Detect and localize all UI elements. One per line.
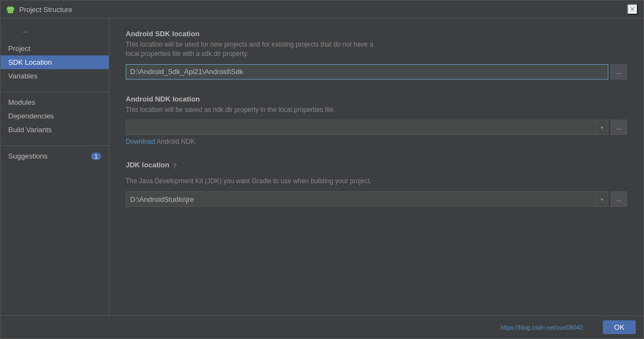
android-ndk-input[interactable] xyxy=(126,121,596,134)
svg-rect-0 xyxy=(8,10,13,13)
android-ndk-input-row: ▾ ... xyxy=(126,120,627,135)
jdk-dropdown-input: ▾ xyxy=(126,191,608,207)
suggestions-label: Suggestions xyxy=(8,152,48,160)
main-content: Android SDK location This location will … xyxy=(109,19,643,315)
svg-rect-6 xyxy=(13,9,14,11)
android-ndk-dropdown-arrow[interactable]: ▾ xyxy=(596,120,608,134)
jdk-title: JDK location xyxy=(126,161,169,169)
sidebar-item-variables[interactable]: Variables xyxy=(1,69,109,83)
android-sdk-input-row: ... xyxy=(126,64,627,80)
sidebar-item-project[interactable]: Project xyxy=(1,42,109,55)
android-sdk-section: Android SDK location This location will … xyxy=(126,30,627,80)
svg-point-2 xyxy=(12,8,13,9)
jdk-input[interactable] xyxy=(126,193,596,206)
title-bar-left: Project Structure xyxy=(6,5,72,14)
android-ndk-section: Android NDK location This location will … xyxy=(126,95,627,146)
nav-section-sub: Modules Dependencies Build Variants xyxy=(1,95,109,137)
sidebar-item-build-variants[interactable]: Build Variants xyxy=(1,123,109,137)
download-row: Download Android NDK. xyxy=(126,137,627,145)
android-ndk-browse-button[interactable]: ... xyxy=(611,120,627,135)
jdk-label-row: JDK location ? xyxy=(126,161,627,171)
title-bar: Project Structure × xyxy=(1,1,643,19)
android-sdk-input[interactable] xyxy=(126,64,608,80)
forward-button[interactable]: → xyxy=(19,26,30,37)
footer: https://blog.csdn.net/xun08042 OK xyxy=(1,315,643,338)
sidebar-item-suggestions[interactable]: Suggestions 1 xyxy=(1,149,109,163)
project-structure-dialog: Project Structure × ← → Project SDK Loca… xyxy=(0,0,644,339)
jdk-desc: The Java Development Kit (JDK) you want … xyxy=(126,177,627,186)
sidebar: ← → Project SDK Location Variables Modul… xyxy=(1,19,109,315)
download-ndk-link[interactable]: Download xyxy=(126,138,155,145)
android-sdk-title: Android SDK location xyxy=(126,30,627,38)
android-sdk-browse-button[interactable]: ... xyxy=(611,64,627,80)
sidebar-item-modules[interactable]: Modules xyxy=(1,95,109,109)
jdk-browse-button[interactable]: ... xyxy=(611,191,627,207)
help-icon[interactable]: ? xyxy=(172,162,176,170)
download-ndk-text: Android NDK. xyxy=(155,138,197,145)
jdk-section: JDK location ? The Java Development Kit … xyxy=(126,161,627,207)
back-button[interactable]: ← xyxy=(6,26,17,37)
sidebar-item-dependencies[interactable]: Dependencies xyxy=(1,109,109,123)
android-icon xyxy=(6,5,15,14)
nav-section-top: Project SDK Location Variables xyxy=(1,42,109,83)
android-sdk-desc: This location will be used for new proje… xyxy=(126,40,627,59)
nav-divider-2 xyxy=(1,145,109,146)
footer-url: https://blog.csdn.net/xun08042 xyxy=(501,324,583,331)
suggestions-badge: 1 xyxy=(91,152,101,160)
jdk-input-row: ▾ ... xyxy=(126,191,627,207)
dialog-title: Project Structure xyxy=(19,5,72,14)
android-ndk-title: Android NDK location xyxy=(126,95,627,103)
android-ndk-dropdown-input: ▾ xyxy=(126,120,608,135)
jdk-dropdown-arrow[interactable]: ▾ xyxy=(596,192,608,206)
android-ndk-desc: This location will be saved as ndk.dir p… xyxy=(126,105,627,115)
svg-point-1 xyxy=(9,8,10,9)
sidebar-item-sdk-location[interactable]: SDK Location xyxy=(1,55,109,69)
ok-button[interactable]: OK xyxy=(603,320,636,334)
close-button[interactable]: × xyxy=(627,4,638,15)
dialog-body: ← → Project SDK Location Variables Modul… xyxy=(1,19,643,315)
svg-rect-5 xyxy=(7,9,8,11)
nav-arrows: ← → xyxy=(1,24,109,42)
nav-divider xyxy=(1,92,109,92)
